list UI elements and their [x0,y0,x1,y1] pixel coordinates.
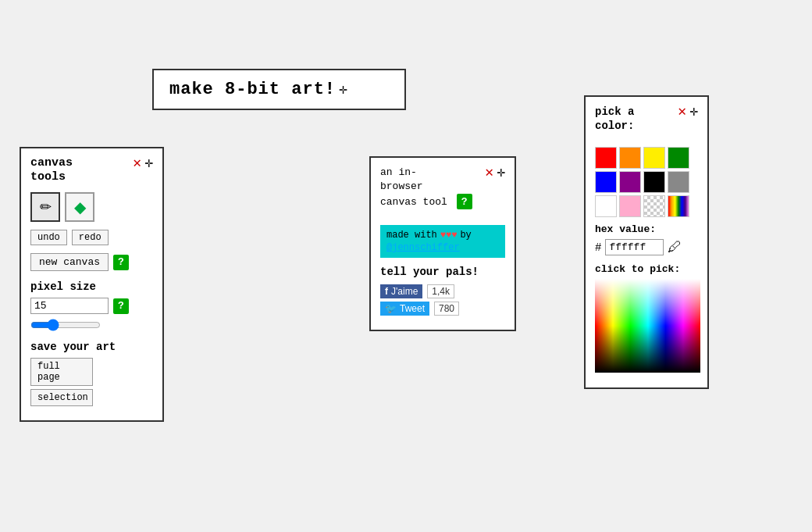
title-move-icon[interactable]: ✛ [339,80,347,98]
pencil-tool-button[interactable]: ✏ [30,192,60,222]
fb-icon: f [385,286,388,297]
full-page-button[interactable]: full page [30,358,93,386]
made-with-bar: made with ♥♥♥ by @jennschiffer [380,225,505,258]
bucket-tool-button[interactable]: ◆ [65,192,94,222]
tw-icon: 🐦 [385,303,397,314]
hex-hash: # [595,241,601,254]
new-canvas-help-button[interactable]: ? [113,255,129,270]
swatch-transparent[interactable] [643,195,665,217]
swatch-red[interactable] [595,147,617,169]
color-picker-panel: pick a color: ✕ ✛ hex value: # 🖊 click t… [584,95,709,389]
tool-buttons-row: ✏ ◆ [30,192,153,222]
pixel-size-slider[interactable] [30,319,101,331]
swatch-pink[interactable] [619,195,641,217]
facebook-button[interactable]: f J'aime [380,284,422,298]
info-help-button[interactable]: ? [457,194,472,209]
twitter-button[interactable]: 🐦 Tweet [380,302,429,316]
info-panel-header: an in- browser canvas tool ? ✕ ✛ [380,166,505,217]
swatch-rainbow[interactable] [668,195,689,217]
pixel-size-input[interactable] [30,298,109,314]
click-pick-label: click to pick: [595,263,698,275]
color-panel-controls: ✕ ✛ [678,105,698,119]
app-title: make 8-bit art! [169,80,336,99]
fb-row: f J'aime 1,4k [380,284,505,298]
tools-close-button[interactable]: ✕ [133,156,141,170]
new-canvas-row: new canvas ? [30,253,153,271]
info-move-handle[interactable]: ✛ [497,166,505,180]
swatch-black[interactable] [643,171,665,193]
hex-row: # 🖊 [595,239,698,255]
swatch-purple[interactable] [619,171,641,193]
swatch-green[interactable] [668,147,689,169]
pencil-icon: ✏ [40,198,52,216]
pixel-size-help-button[interactable]: ? [113,298,129,314]
info-close-button[interactable]: ✕ [485,166,493,180]
swatch-yellow[interactable] [643,147,665,169]
info-description: an in- browser canvas tool ? [380,166,472,209]
fb-count: 1,4k [427,284,454,298]
selection-button[interactable]: selection [30,389,93,406]
color-panel-title: pick a color: [595,105,634,133]
info-panel-controls: ✕ ✛ [485,166,505,180]
swatch-white[interactable] [595,195,617,217]
undo-button[interactable]: undo [30,230,67,245]
eyedropper-icon[interactable]: 🖊 [668,239,682,255]
tools-move-handle[interactable]: ✛ [144,156,153,170]
color-panel-header: pick a color: ✕ ✛ [595,105,698,139]
tell-pals-text: tell your pals! [380,266,505,278]
author-link[interactable]: @jennschiffer [386,242,460,253]
save-label: save your art [30,341,153,353]
hex-label: hex value: [595,223,698,235]
color-swatches [595,147,698,217]
color-move-handle[interactable]: ✛ [689,105,698,119]
tools-panel-header: canvas tools ✕ ✛ [30,156,153,184]
redo-button[interactable]: redo [72,230,109,245]
pixel-size-row: ? [30,298,153,314]
new-canvas-button[interactable]: new canvas [30,253,109,271]
tools-panel: canvas tools ✕ ✛ ✏ ◆ undo redo new canva… [20,147,164,422]
color-gradient-picker[interactable] [595,279,700,373]
tools-panel-controls: ✕ ✛ [133,156,153,170]
swatch-orange[interactable] [619,147,641,169]
pixel-size-label: pixel size [30,280,153,293]
hex-input[interactable] [605,239,664,255]
hearts-icon: ♥♥♥ [440,230,458,241]
bucket-icon: ◆ [74,198,86,216]
tools-panel-title: canvas tools [30,156,73,184]
info-panel: an in- browser canvas tool ? ✕ ✛ made wi… [369,156,516,331]
title-panel: make 8-bit art!✛ [152,69,406,110]
tw-row: 🐦 Tweet 780 [380,302,505,316]
tw-count: 780 [434,302,459,316]
color-close-button[interactable]: ✕ [678,105,686,119]
undo-redo-row: undo redo [30,230,153,245]
swatch-blue[interactable] [595,171,617,193]
swatch-gray[interactable] [668,171,689,193]
